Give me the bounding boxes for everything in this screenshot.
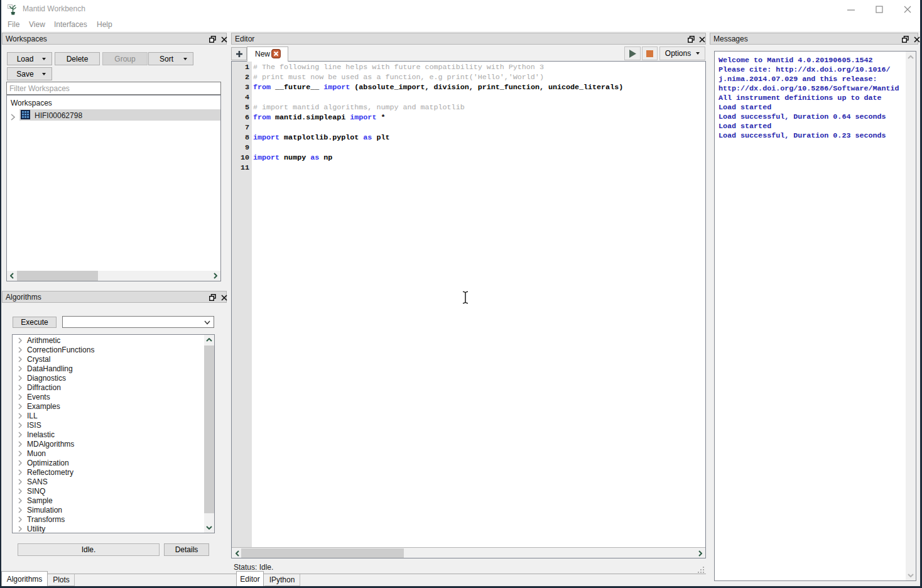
algorithms-vscrollbar-thumb[interactable]	[204, 346, 214, 513]
tab-ipython[interactable]: IPython	[264, 574, 300, 586]
algorithm-category-crystal[interactable]: Crystal	[13, 354, 204, 364]
algorithm-category-label: Transforms	[27, 515, 65, 524]
algorithm-category-arithmetic[interactable]: Arithmetic	[13, 335, 204, 345]
sort-button[interactable]: Sort	[148, 52, 193, 65]
line-number: 10	[232, 153, 249, 162]
algorithm-category-label: Optimization	[27, 459, 69, 467]
algorithm-category-sinq[interactable]: SINQ	[13, 486, 204, 496]
algorithm-category-inelastic[interactable]: Inelastic	[13, 430, 204, 439]
scroll-up-button[interactable]	[204, 335, 214, 345]
algorithm-category-ill[interactable]: ILL	[13, 411, 204, 420]
execute-button[interactable]: Execute	[13, 317, 57, 328]
close-icon	[221, 36, 227, 43]
load-button[interactable]: Load	[7, 52, 52, 65]
algorithm-search-combobox[interactable]	[62, 316, 214, 328]
line-number: 2	[232, 73, 249, 82]
tab-plots[interactable]: Plots	[48, 574, 75, 586]
scroll-left-icon	[10, 273, 14, 279]
algorithm-category-datahandling[interactable]: DataHandling	[13, 364, 204, 373]
menu-file[interactable]: File	[8, 20, 19, 29]
details-button[interactable]: Details	[164, 543, 209, 556]
scroll-down-icon	[206, 526, 212, 530]
scroll-left-button[interactable]	[7, 271, 17, 281]
algorithm-category-label: ILL	[27, 411, 38, 420]
tab-editor[interactable]: Editor	[236, 571, 264, 587]
algorithm-category-sans[interactable]: SANS	[13, 477, 204, 486]
new-tab-button[interactable]	[231, 47, 247, 60]
algorithms-float-button[interactable]	[209, 293, 217, 302]
expand-chevron-icon	[18, 347, 22, 353]
algorithm-category-reflectometry[interactable]: Reflectometry	[13, 467, 204, 477]
workspaces-close-button[interactable]	[220, 35, 228, 43]
scroll-up-button[interactable]	[906, 52, 916, 62]
editor-tab-new[interactable]: New	[247, 46, 288, 62]
close-button[interactable]	[897, 0, 918, 18]
algorithm-category-correctionfunctions[interactable]: CorrectionFunctions	[13, 345, 204, 354]
menu-interfaces[interactable]: Interfaces	[54, 20, 87, 29]
ibeam-cursor-icon	[462, 291, 469, 307]
expand-chevron-icon	[18, 337, 22, 344]
workspaces-hscrollbar[interactable]	[7, 271, 220, 281]
expand-chevron-icon	[18, 526, 22, 532]
expand-chevron-icon	[18, 413, 22, 419]
editor-close-button[interactable]	[698, 35, 706, 43]
workspaces-hscrollbar-thumb[interactable]	[17, 271, 98, 281]
workspace-item-label[interactable]: HIFI00062798	[35, 111, 82, 120]
editor-float-button[interactable]	[687, 35, 695, 43]
algorithm-category-label: MDAlgorithms	[27, 440, 74, 449]
editor-hscrollbar-thumb[interactable]	[241, 548, 404, 558]
messages-log[interactable]: Welcome to Mantid 4.0.20190605.1542Pleas…	[714, 51, 916, 581]
algorithm-category-events[interactable]: Events	[13, 392, 204, 401]
editor-status: Status: Idle.	[234, 563, 273, 572]
workspaces-float-button[interactable]	[209, 35, 217, 43]
tab-algorithms-label: Algorithms	[7, 575, 43, 584]
editor-dock-title: Editor	[235, 35, 254, 43]
messages-float-button[interactable]	[901, 35, 909, 43]
scroll-down-icon	[908, 574, 914, 577]
maximize-button[interactable]	[869, 0, 890, 18]
statusbar-separator	[1, 574, 706, 574]
line-number: 9	[232, 143, 249, 152]
menu-view[interactable]: View	[29, 20, 45, 29]
float-icon	[688, 36, 695, 43]
workspace-expand-chevron-icon[interactable]	[11, 112, 15, 123]
algorithm-category-mdalgorithms[interactable]: MDAlgorithms	[13, 439, 204, 449]
run-button[interactable]	[624, 46, 641, 60]
algorithm-category-utility[interactable]: Utility	[13, 524, 204, 533]
scroll-down-button[interactable]	[204, 523, 214, 533]
delete-button[interactable]: Delete	[55, 52, 100, 65]
line-number: 8	[232, 133, 249, 142]
tab-algorithms[interactable]: Algorithms	[1, 571, 48, 587]
filter-workspaces-input[interactable]: Filter Workspaces	[6, 82, 221, 95]
options-button[interactable]: Options	[659, 46, 705, 60]
line-number: 4	[232, 93, 249, 102]
algorithm-category-muon[interactable]: Muon	[13, 449, 204, 458]
algorithm-category-sample[interactable]: Sample	[13, 496, 204, 505]
algorithm-category-diffraction[interactable]: Diffraction	[13, 383, 204, 392]
messages-vscrollbar[interactable]	[906, 52, 916, 580]
algorithm-category-simulation[interactable]: Simulation	[13, 505, 204, 514]
editor-hscrollbar[interactable]	[232, 547, 705, 558]
algorithm-category-isis[interactable]: ISIS	[13, 420, 204, 430]
minimize-button[interactable]	[840, 0, 862, 18]
editor-tab-close-button[interactable]	[271, 49, 281, 61]
save-button[interactable]: Save	[7, 67, 52, 80]
workspaces-tree-root[interactable]: Workspaces	[11, 99, 52, 107]
scroll-right-button[interactable]	[210, 271, 220, 281]
algorithm-category-diagnostics[interactable]: Diagnostics	[13, 373, 204, 383]
close-icon	[699, 36, 705, 43]
menu-help[interactable]: Help	[97, 20, 112, 29]
algorithms-vscrollbar[interactable]	[204, 335, 214, 533]
algorithm-category-optimization[interactable]: Optimization	[13, 458, 204, 467]
size-grip[interactable]	[698, 565, 705, 576]
stop-icon	[646, 50, 653, 57]
algorithms-close-button[interactable]	[220, 293, 228, 302]
algorithm-category-transforms[interactable]: Transforms	[13, 514, 204, 524]
code-editor[interactable]: 1234567891011 # The following line helps…	[231, 61, 706, 558]
group-button[interactable]: Group	[102, 52, 148, 65]
algorithm-category-examples[interactable]: Examples	[13, 401, 204, 411]
scroll-left-button[interactable]	[232, 548, 242, 558]
scroll-right-button[interactable]	[695, 548, 705, 558]
stop-button[interactable]	[642, 46, 658, 60]
scroll-down-button[interactable]	[906, 570, 916, 580]
